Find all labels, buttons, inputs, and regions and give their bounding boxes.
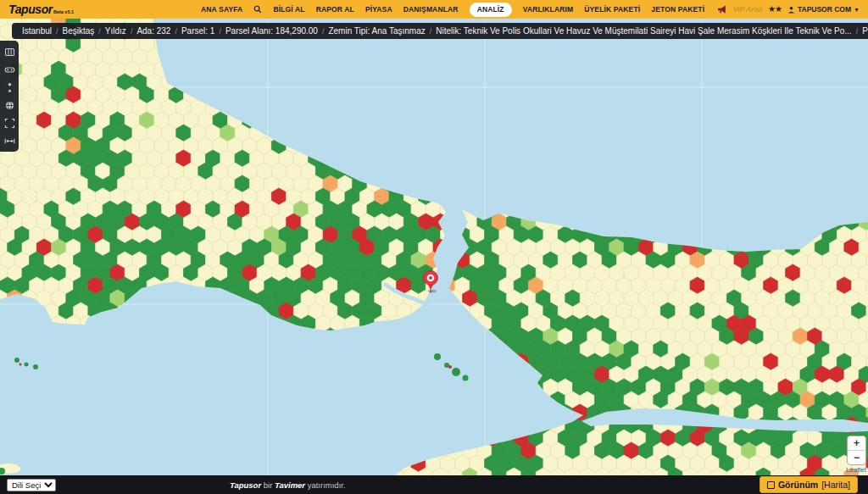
fullscreen-tool-icon[interactable] <box>3 117 15 129</box>
view-mode-button[interactable]: Görünüm [Harita] <box>760 476 858 493</box>
street-view-tool-icon[interactable] <box>3 81 15 93</box>
account-name: TAPUSOR COM <box>798 5 851 14</box>
view-mode-value: [Harita] <box>821 480 850 490</box>
map-tools-sidebar <box>0 41 19 152</box>
main-menu: ANA SAYFABİLGİ ALRAPOR ALPİYASADANIŞMANL… <box>201 0 704 19</box>
app-logo-version: Beta v5.1 <box>53 9 74 14</box>
language-select[interactable]: Dili Seçin <box>7 479 56 491</box>
breadcrumb-item[interactable]: Yıldız <box>105 26 126 36</box>
view-mode-icon <box>767 481 775 489</box>
parcel-breadcrumb: Istanbul/Beşiktaş/Yıldız/Ada: 232/Parsel… <box>12 23 868 39</box>
breadcrumb-separator: / <box>322 27 325 36</box>
menu-item--yeli-k-paketi-[interactable]: ÜYELİK PAKETİ <box>584 5 640 14</box>
breadcrumb-separator: / <box>219 27 221 36</box>
menu-item-rapor-al[interactable]: RAPOR AL <box>316 5 354 14</box>
chevron-down-icon: ▼ <box>854 7 860 13</box>
island <box>463 375 469 381</box>
menu-item-jeton-paketi-[interactable]: JETON PAKETİ <box>651 5 704 14</box>
vip-area-label: VIP Area <box>733 5 762 14</box>
island <box>25 363 29 367</box>
menu-item-bi-lgi-al[interactable]: BİLGİ AL <box>273 5 304 14</box>
breadcrumb-item[interactable]: Parsel ID: 14136478 <box>862 26 868 36</box>
bottom-status-bar: Dili Seçin Tapusor bir Tavimer yatırımıd… <box>0 475 868 494</box>
breadcrumb-item[interactable]: Parsel Alanı: 184,290.00 <box>225 26 318 36</box>
breadcrumb-item[interactable]: Beşiktaş <box>63 26 95 36</box>
zoom-out-button[interactable]: − <box>848 450 865 464</box>
island <box>452 368 460 376</box>
breadcrumb-separator: / <box>430 27 432 36</box>
footer-credit-text: bir <box>261 480 275 490</box>
menu-item-pi-yasa[interactable]: PİYASA <box>365 5 392 14</box>
map-zoom-control: + − <box>847 436 866 465</box>
rating-stars-icon: ★★ <box>768 5 782 14</box>
leaflet-attribution-link[interactable]: Leaflet <box>846 466 866 474</box>
footer-credit-text2: yatırımıdır. <box>305 480 346 490</box>
footer-brand-tavimer: Tavimer <box>275 480 305 490</box>
breadcrumb-separator: / <box>175 27 177 36</box>
breadcrumb-item[interactable]: Parsel: 1 <box>181 26 214 36</box>
zoom-in-button[interactable]: + <box>848 436 865 450</box>
breadcrumb-item[interactable]: Zemin Tipi: Ana Taşınmaz <box>328 26 425 36</box>
globe-tool-icon[interactable] <box>3 99 15 111</box>
glasses-3d-tool-icon[interactable] <box>3 64 15 75</box>
map-container[interactable] <box>0 19 868 475</box>
island <box>434 353 441 360</box>
measure-tool-icon[interactable] <box>3 135 15 147</box>
account-menu[interactable]: TAPUSOR COM ▼ <box>787 5 860 14</box>
menu-item-anali-z[interactable]: ANALİZ <box>470 3 512 17</box>
menu-item-dani-manlar[interactable]: DANIŞMANLAR <box>403 5 459 14</box>
breadcrumb-separator: / <box>856 27 859 36</box>
footer-credit: Tapusor bir Tavimer yatırımıdır. <box>230 480 346 490</box>
island <box>33 364 38 369</box>
user-icon <box>787 6 795 14</box>
breadcrumb-separator: / <box>131 27 133 36</box>
map-canvas[interactable] <box>0 19 868 475</box>
breadcrumb-item[interactable]: Ada: 232 <box>136 26 170 36</box>
breadcrumb-separator: / <box>56 27 58 36</box>
menu-item-ana-sayfa[interactable]: ANA SAYFA <box>201 5 242 14</box>
app-logo-text: Tapusor <box>8 1 53 18</box>
map-tool-icon[interactable] <box>3 46 15 58</box>
breadcrumb-item[interactable]: Nitelik: Teknik Ve Polis Okullari Ve Hav… <box>436 26 851 36</box>
topbar-right-cluster: VIP Area ★★ TAPUSOR COM ▼ <box>717 0 860 19</box>
island-red-hex <box>19 364 22 366</box>
breadcrumb-separator: / <box>98 27 101 36</box>
menu-item-varliklarim[interactable]: VARLIKLARIM <box>523 5 574 14</box>
app-logo[interactable]: Tapusor Beta v5.1 <box>8 1 74 18</box>
footer-brand-tapusor: Tapusor <box>230 480 261 490</box>
view-mode-label: Görünüm <box>778 480 818 490</box>
search-icon[interactable] <box>253 5 262 14</box>
top-navigation-bar: Tapusor Beta v5.1 ANA SAYFABİLGİ ALRAPOR… <box>0 0 868 19</box>
breadcrumb-item[interactable]: Istanbul <box>22 26 52 36</box>
island-red-hex <box>448 365 452 369</box>
megaphone-icon[interactable] <box>717 4 727 14</box>
island <box>14 358 19 363</box>
